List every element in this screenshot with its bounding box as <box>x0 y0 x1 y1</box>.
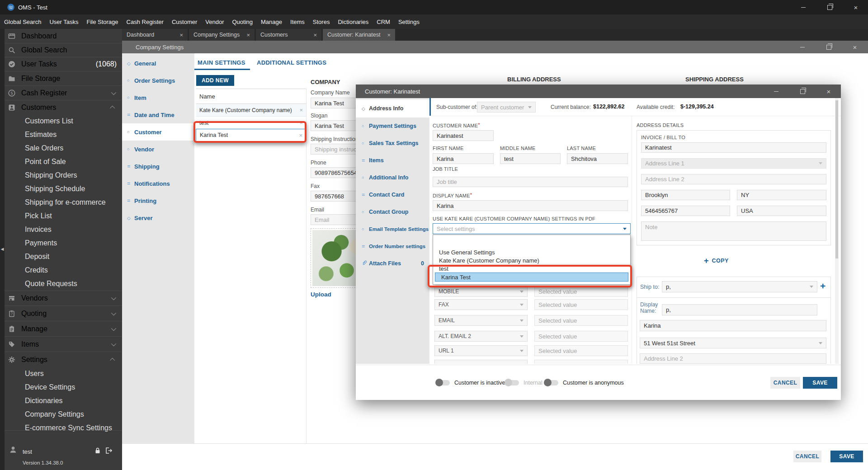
menu-dictionaries[interactable]: Dictionaries <box>334 19 373 25</box>
menu-global-search[interactable]: Global Search <box>0 19 45 25</box>
sidebar-item-device-settings[interactable]: Device Settings <box>5 381 122 394</box>
tab-main-settings[interactable]: MAIN SETTINGS <box>198 56 245 69</box>
ship-address-line2-input[interactable] <box>640 353 826 364</box>
sidebar-item-sale-orders[interactable]: Sale Orders <box>5 141 122 155</box>
modal-nav-order-number[interactable]: =Order Number settings <box>356 238 429 255</box>
middle-name-input[interactable] <box>500 153 561 164</box>
menu-customer[interactable]: Customer <box>168 19 201 25</box>
menu-quoting[interactable]: Quoting <box>228 19 257 25</box>
sidebar-item-shipping-orders[interactable]: Shipping Orders <box>5 169 122 182</box>
close-icon[interactable]: × <box>313 32 317 38</box>
tab-dashboard[interactable]: Dashboard× <box>122 29 188 41</box>
collapse-left-icon[interactable]: ◀ <box>0 246 5 252</box>
invoice-name-input[interactable] <box>641 142 826 153</box>
cs-nav-server[interactable]: ◇Server <box>122 209 194 226</box>
menu-file-storage[interactable]: File Storage <box>82 19 122 25</box>
lock-icon[interactable] <box>94 447 101 454</box>
copy-button[interactable]: +COPY <box>704 256 729 265</box>
cs-nav-printing[interactable]: =Printing <box>122 192 194 209</box>
cs-nav-order-settings[interactable]: ○Order Settings <box>122 72 194 89</box>
parent-customer-select[interactable]: Parent customer <box>477 102 536 113</box>
tab-company-settings[interactable]: Company Settings× <box>189 29 255 41</box>
ship-display-name-input[interactable] <box>662 304 817 315</box>
sidebar-item-pick-list[interactable]: Pick List <box>5 209 122 223</box>
pdf-settings-select[interactable]: Select settings <box>433 223 631 234</box>
state-input[interactable] <box>737 190 826 200</box>
sidebar-item-invoices[interactable]: Invoices <box>5 223 122 236</box>
modal-scrollbar[interactable] <box>835 98 839 364</box>
modal-nav-address-info[interactable]: ◇Address Info <box>356 99 429 118</box>
modal-minimize-button[interactable] <box>769 86 783 97</box>
add-new-button[interactable]: ADD NEW <box>196 75 234 86</box>
contact-value-alt-email2[interactable] <box>534 331 628 342</box>
sidebar-item-quoting[interactable]: ?Quoting <box>5 306 122 321</box>
modal-nav-sales-tax[interactable]: ○Sales Tax Settings <box>356 135 429 152</box>
cs-restore-button[interactable] <box>822 42 835 52</box>
modal-nav-additional-info[interactable]: ○Additional Info <box>356 169 429 186</box>
sidebar-item-dictionaries[interactable]: Dictionaries <box>5 394 122 408</box>
sidebar-item-manage[interactable]: Manage <box>5 321 122 336</box>
contact-type-fax[interactable]: FAX <box>434 299 528 310</box>
cs-nav-item[interactable]: ○Item <box>122 89 194 106</box>
close-icon[interactable]: × <box>387 32 391 38</box>
close-button[interactable]: × <box>849 2 863 13</box>
sidebar-item-cash-register[interactable]: $Cash Register <box>5 85 122 100</box>
option-kate-kare[interactable]: Kate Kare (Customer Company name) <box>433 256 630 264</box>
modal-nav-items[interactable]: =Items <box>356 152 429 169</box>
contact-type-mobile[interactable]: MOBILE <box>434 286 528 297</box>
menu-manage[interactable]: Manage <box>257 19 286 25</box>
contact-type-alt-email2[interactable]: ALT. EMAIL 2 <box>434 331 528 342</box>
sidebar-item-shipping-schedule[interactable]: Shipping Schedule <box>5 182 122 196</box>
ship-to-select[interactable]: p, <box>662 281 817 292</box>
modal-cancel-button[interactable]: CANCEL <box>770 377 800 389</box>
modal-nav-payment-settings[interactable]: ○Payment Settings <box>356 118 429 135</box>
address-line1-select[interactable]: Address Line 1 <box>641 158 826 169</box>
option-use-general-settings[interactable]: Use General Settings <box>433 248 630 256</box>
ship-street-select[interactable]: 51 West 51st Street <box>640 338 826 348</box>
modal-nav-contact-group[interactable]: ○Contact Group <box>356 203 429 221</box>
logout-icon[interactable] <box>105 447 113 454</box>
sidebar-item-items[interactable]: Items <box>5 336 122 352</box>
menu-cash-register[interactable]: Cash Register <box>123 19 168 25</box>
sidebar-item-payments[interactable]: Payments <box>5 236 122 250</box>
display-name-input[interactable] <box>433 200 628 211</box>
first-name-input[interactable] <box>433 153 494 164</box>
menu-vendor[interactable]: Vendor <box>201 19 228 25</box>
sidebar-item-customers[interactable]: Customers <box>5 100 122 114</box>
customer-name-input[interactable] <box>433 130 494 141</box>
close-icon[interactable]: × <box>179 32 183 38</box>
sidebar-item-file-storage[interactable]: File Storage <box>5 71 122 85</box>
upload-link[interactable]: Upload <box>311 291 331 298</box>
toggle-switch[interactable] <box>436 380 450 385</box>
contact-value-url1[interactable] <box>534 345 628 356</box>
restore-button[interactable] <box>823 2 836 13</box>
cs-nav-customer[interactable]: ○Customer <box>122 123 194 141</box>
cs-nav-notifications[interactable]: =Notifications <box>122 175 194 192</box>
sidebar-item-customers-list[interactable]: Customers List <box>5 114 122 128</box>
contact-value-mobile[interactable] <box>534 286 628 297</box>
minimize-button[interactable] <box>797 2 810 13</box>
last-name-input[interactable] <box>567 153 628 164</box>
modal-close-button[interactable]: × <box>822 86 835 97</box>
menu-stores[interactable]: Stores <box>309 19 334 25</box>
sidebar-item-quote-requests[interactable]: Quote Requests <box>5 277 122 291</box>
cs-minimize-button[interactable] <box>796 42 809 52</box>
sidebar-item-user-tasks[interactable]: User Tasks(1068) <box>5 57 122 71</box>
country-input[interactable] <box>737 206 826 216</box>
list-row-kate-kare[interactable]: Kate Kare (Customer Company name)× <box>196 104 306 117</box>
menu-user-tasks[interactable]: User Tasks <box>45 19 82 25</box>
zip-input[interactable] <box>641 206 730 216</box>
contact-type-email[interactable]: EMAIL <box>434 315 528 326</box>
add-ship-to-button[interactable]: + <box>820 281 826 291</box>
toggle-switch[interactable] <box>545 380 558 385</box>
modal-nav-email-template[interactable]: ○Email Template Settings <box>356 221 429 238</box>
cs-close-button[interactable]: × <box>848 42 862 52</box>
menu-items[interactable]: Items <box>286 19 309 25</box>
contact-value-email[interactable] <box>534 315 628 326</box>
cs-nav-vendor[interactable]: ○Vendor <box>122 141 194 158</box>
cs-nav-general[interactable]: ◇General <box>122 55 194 72</box>
cs-nav-shipping[interactable]: =Shipping <box>122 158 194 175</box>
sidebar-item-company-settings[interactable]: Company Settings <box>5 408 122 421</box>
sidebar-item-settings[interactable]: Settings <box>5 352 122 367</box>
modal-save-button[interactable]: SAVE <box>803 377 837 389</box>
